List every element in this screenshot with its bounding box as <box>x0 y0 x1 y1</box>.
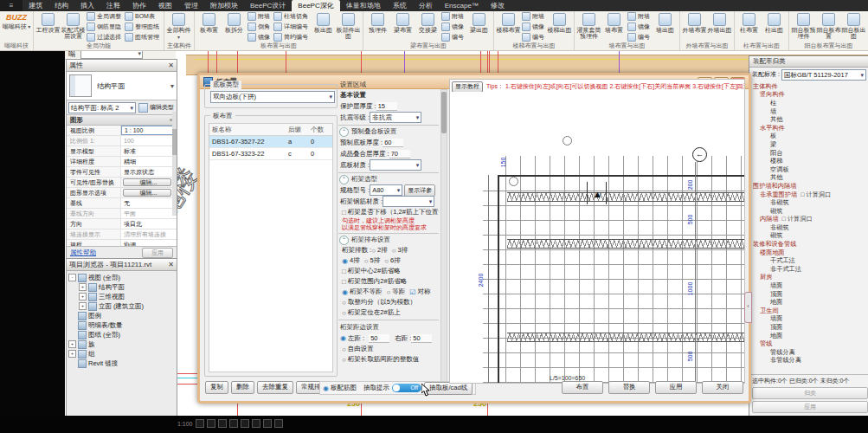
ribbon-tab[interactable]: Enscape™ <box>439 0 485 11</box>
ribbon-item[interactable]: 镜像 <box>247 32 273 42</box>
hint-toggle[interactable]: Off <box>392 384 421 392</box>
ribbon-item[interactable]: 阳台板出图 <box>841 11 866 42</box>
ribbon-item[interactable]: 柱墙切角 <box>273 11 311 22</box>
ribbon-item[interactable]: 倒角 <box>247 22 273 32</box>
classify-tree-item[interactable]: 干式工法 <box>751 256 867 265</box>
property-row[interactable]: 视图比例 1 : 100 <box>67 126 177 136</box>
classify-tree-item[interactable]: 墙面 <box>751 281 867 290</box>
round-split-radio[interactable]: 取整均分（以5为模数） <box>342 298 416 307</box>
browser-tree-item[interactable]: - 视图 (全部) <box>67 273 177 282</box>
truss-lower-checkbox[interactable]: 桁架是否下移（1,2#筋上下位置切换） <box>342 208 439 216</box>
properties-scrollbar[interactable] <box>172 112 177 216</box>
dialog-footer-button[interactable]: 布置 <box>562 381 603 394</box>
topping-thickness-input[interactable]: 70 <box>389 150 410 158</box>
ribbon-item[interactable]: 梁布置 <box>390 11 415 42</box>
truss-rows-radio[interactable]: 2排 <box>371 246 388 255</box>
ribbon-item[interactable]: 附墙 <box>440 11 466 22</box>
ribbon-tab[interactable]: 附加模块 <box>204 0 244 11</box>
view-control-icon[interactable] <box>196 419 204 428</box>
ribbon-item[interactable]: 外墙布置 <box>682 11 707 42</box>
expand-icon[interactable]: + <box>68 350 76 358</box>
classify-tree-item[interactable]: 非承重围护墙 □ 计算洞口 <box>751 191 867 199</box>
assembly-rate-header[interactable]: 装配率归类 <box>749 56 868 68</box>
ribbon-item[interactable]: 交接梁 <box>415 11 440 42</box>
precast-section-header[interactable]: ⌃ 预制叠合板设置 <box>338 126 439 137</box>
ribbon-tab[interactable]: 插入 <box>74 0 100 11</box>
ribbon-item[interactable]: 工程设置 <box>35 11 61 42</box>
ribbon-tab[interactable]: BeePC深化 <box>292 0 339 11</box>
property-row[interactable]: 可见性/图形替换 编辑... <box>67 178 177 188</box>
ribbon-tab[interactable]: 协作 <box>126 0 152 11</box>
browser-tree-item[interactable]: + 立面 (建筑立面) <box>67 301 177 311</box>
browser-tree-item[interactable]: + 组 <box>67 349 177 359</box>
classify-tree-item[interactable]: 地面 <box>751 332 867 340</box>
classify-tree-item[interactable]: 地面 <box>751 298 867 307</box>
classify-tree-item[interactable]: 内隔墙 □ 计算洞口 <box>751 216 867 224</box>
ribbon-tab[interactable]: 分析 <box>413 0 439 11</box>
left-distance-radio[interactable]: 左距 : <box>340 334 364 343</box>
dialog-footer-button[interactable]: 应用 <box>655 381 697 394</box>
ribbon-item[interactable]: 镜像 <box>521 22 547 32</box>
ribbon-item[interactable]: 简约编号 <box>273 32 311 42</box>
truss-material-dropdown[interactable] <box>383 196 434 207</box>
ribbon-tab[interactable]: 注释 <box>100 0 126 11</box>
free-setting-radio[interactable]: 自由设置 <box>342 345 374 353</box>
browser-tree-item[interactable]: + 结构平面 <box>67 282 177 292</box>
truss-rows-radio[interactable]: 6排 <box>384 256 401 265</box>
property-row[interactable]: 基线方向 平面 <box>67 209 177 219</box>
classify-tree-item[interactable]: 围护墙和内隔墙 <box>751 182 867 191</box>
show-tutorial-button[interactable]: 显示教程 <box>452 81 483 92</box>
view-scale-label[interactable]: 1:100 <box>177 421 193 427</box>
ribbon-item[interactable]: 阳台板布置 <box>816 11 841 42</box>
expand-icon[interactable]: + <box>68 340 76 348</box>
show-details-button[interactable]: 显示详参 <box>404 184 435 197</box>
truss-rows-radio[interactable]: 5排 <box>364 256 381 265</box>
edit-type-button[interactable]: 编辑类型 <box>138 102 175 113</box>
properties-apply-button[interactable]: 应用 <box>142 248 173 258</box>
ribbon-item[interactable]: 编号 <box>440 32 466 42</box>
view-control-icon[interactable] <box>252 419 260 428</box>
ribbon-item[interactable]: 板布置 <box>196 11 222 42</box>
browser-tree-item[interactable]: + 三维视图 <box>67 292 177 301</box>
property-row[interactable]: 图形显示选项 编辑... <box>67 188 177 198</box>
browser-tree-item[interactable]: Revit 链接 <box>67 359 177 368</box>
slab-type-dropdown[interactable]: 双向边板(下拼) <box>210 91 335 103</box>
ribbon-item[interactable]: 附墙 <box>627 11 653 22</box>
ribbon-item[interactable]: 楼梯布置 <box>496 11 521 42</box>
ribbon-tab[interactable]: 结构 <box>48 0 74 11</box>
classify-tree-item[interactable]: 厨房 <box>751 274 867 282</box>
ribbon-item[interactable]: 外墙出图 <box>707 11 732 42</box>
ribbon-item[interactable]: 板部件出图 <box>336 11 361 42</box>
ribbon-tab[interactable]: 视图 <box>152 0 178 11</box>
expand-icon[interactable]: - <box>68 274 76 281</box>
classify-tree-item[interactable]: 其他 <box>751 174 867 183</box>
dialog-footer-button[interactable]: 替换 <box>608 381 650 394</box>
browser-tree-item[interactable]: + 族 <box>67 339 177 349</box>
ribbon-tab[interactable]: 修改 <box>485 0 511 11</box>
classify-tree-item[interactable]: 水平构件 <box>751 124 867 132</box>
classify-tree-item[interactable]: 砌筑 <box>751 207 867 216</box>
list-action-button[interactable]: 去除重复 <box>257 381 293 394</box>
property-row[interactable]: 墙连接显示 清理所有墙连接 <box>67 229 177 240</box>
ribbon-item[interactable]: 过滤选择 <box>86 32 124 42</box>
ribbon-item[interactable]: 装配式楼层设置 <box>61 11 86 42</box>
classify-tree-item[interactable]: 砌筑 <box>751 232 867 241</box>
ribbon-item[interactable]: 全部构件 <box>166 11 191 42</box>
ribbon-item[interactable]: 柱出图 <box>762 11 787 42</box>
classify-tree-item[interactable]: 柱 <box>751 99 867 107</box>
material-dropdown[interactable] <box>370 159 421 171</box>
truss-position-radio[interactable]: 桁架定位在2#筋上 <box>342 308 401 317</box>
dialog-footer-button[interactable]: 关闭 <box>702 381 743 394</box>
property-row[interactable]: 显示模型 标准 <box>67 146 177 157</box>
slab-preview[interactable]: 显示教程 Tips： 1.右键按住[向左]或[向右]可以切换视图 2.右键按住[… <box>449 79 745 384</box>
type-preview[interactable]: 结构平面 ▾ <box>67 72 177 100</box>
ribbon-item[interactable]: 灌浆套筒预埋件 <box>576 11 601 42</box>
settings-scrollbar[interactable] <box>440 89 447 384</box>
classify-action-button[interactable]: 归类 <box>752 387 868 399</box>
classify-tree-item[interactable]: 管线 <box>751 339 867 348</box>
symmetry-checkbox[interactable]: 对称 <box>409 288 430 296</box>
ribbon-item[interactable]: 镜像 <box>440 22 466 32</box>
browser-tree-item[interactable]: 明细表/数量 <box>67 320 177 330</box>
ribbon-item[interactable]: BOM表 <box>124 11 162 22</box>
calc-opening-checkbox[interactable]: □ 计算洞口 <box>782 215 813 223</box>
